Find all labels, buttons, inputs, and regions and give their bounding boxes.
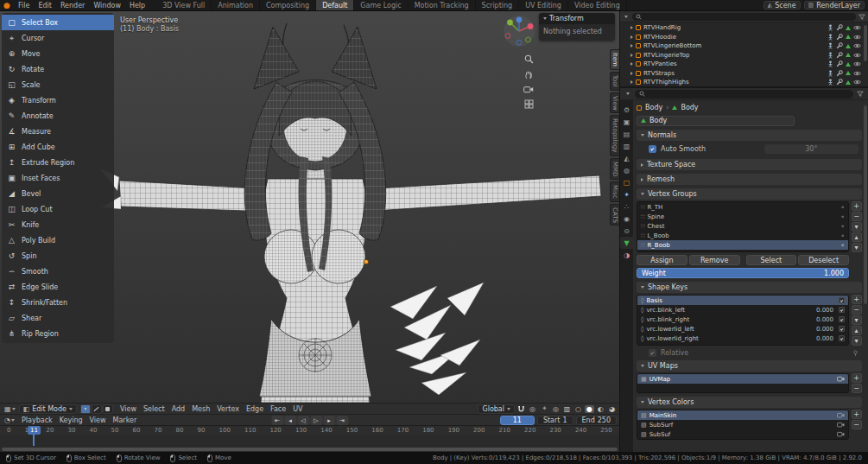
add-item-button[interactable]: + <box>852 410 862 419</box>
tab-scene[interactable]: ◭ <box>620 152 633 164</box>
auto-smooth-angle-field[interactable]: 30° <box>764 144 858 154</box>
specials-menu-button[interactable]: ▾ <box>852 222 862 232</box>
timeline-menu[interactable]: View <box>86 415 110 425</box>
timeline-scrollbar[interactable] <box>2 448 618 451</box>
section-shape-keys[interactable]: Shape Keys <box>637 282 862 293</box>
shape-key-item[interactable]: ◊ vrc.blink_left 0.000 <box>637 305 848 315</box>
breadcrumb-object[interactable]: Body <box>645 104 662 111</box>
outliner-item[interactable]: RTVLingerieTop <box>630 51 868 60</box>
tab-object[interactable]: ▢ <box>620 176 633 188</box>
shape-key-checkbox[interactable] <box>839 326 845 332</box>
topbar-menu[interactable]: Render <box>56 0 89 10</box>
viewport-menu[interactable]: UV <box>289 404 306 414</box>
expand-arrow-icon[interactable] <box>630 35 633 39</box>
viewport-menu[interactable]: View <box>117 404 140 414</box>
expand-arrow-icon[interactable] <box>630 44 633 48</box>
vertex-group-item[interactable]: ∷ Spine ∘ <box>637 212 848 221</box>
outliner-item[interactable]: RTVLingerieBottom <box>630 41 868 51</box>
tab-object-data[interactable]: ▼ <box>620 237 633 249</box>
tab-active-tool[interactable]: ⚙ <box>620 104 633 116</box>
shape-key-checkbox[interactable] <box>839 297 845 303</box>
eye-icon[interactable] <box>853 43 861 48</box>
start-frame-field[interactable]: Start 1 <box>537 416 573 425</box>
mesh-datablock-selector[interactable]: Body <box>637 116 795 126</box>
tool-annotate[interactable]: ✎ Annotate <box>2 108 114 124</box>
current-frame-field[interactable]: 11 <box>500 416 535 425</box>
end-frame-field[interactable]: End 250 <box>576 416 617 425</box>
lock-icon[interactable]: ∘ <box>841 232 845 239</box>
shape-key-value[interactable]: 0.000 <box>816 326 833 333</box>
shape-key-value[interactable]: 0.000 <box>816 316 833 323</box>
remove-button[interactable]: Remove <box>689 255 740 265</box>
select-button[interactable]: Select <box>746 255 797 265</box>
tab-constraints[interactable]: ⊝ <box>620 225 633 237</box>
workspace-tab[interactable]: Default <box>316 0 354 10</box>
outliner-item[interactable]: RTVStraps <box>630 69 868 79</box>
breadcrumb-data[interactable]: Body <box>681 104 698 111</box>
npanel-tab-misc[interactable]: Misc <box>610 181 619 201</box>
viewport-menu[interactable]: Mesh <box>188 404 213 414</box>
timeline-menu[interactable]: Marker <box>110 415 141 425</box>
editor-type-button[interactable] <box>624 92 631 95</box>
shape-key-item[interactable]: ◊ vrc.lowerlid_left 0.000 <box>637 324 848 334</box>
npanel-tab-cats[interactable]: CATS <box>610 204 619 226</box>
vertex-color-item[interactable]: ▨ SubSuf <box>637 429 848 439</box>
expand-arrow-icon[interactable] <box>630 80 633 84</box>
move-down-button[interactable]: ▾ <box>852 243 862 252</box>
tab-output[interactable]: ▤ <box>620 128 633 140</box>
move-down-button[interactable]: ▾ <box>852 336 862 346</box>
camera-icon[interactable] <box>837 422 845 428</box>
shape-key-value[interactable]: 0.000 <box>816 335 833 342</box>
assign-button[interactable]: Assign <box>637 255 687 265</box>
camera-icon[interactable] <box>837 431 845 437</box>
viewport-menu[interactable]: Edge <box>243 404 267 414</box>
tool-spin[interactable]: ↺ Spin <box>2 248 114 264</box>
section-vertex-groups[interactable]: Vertex Groups <box>637 188 862 200</box>
tool-scale[interactable]: ◱ Scale <box>2 77 114 92</box>
tab-world[interactable]: ◍ <box>620 164 633 176</box>
transform-panel-header[interactable]: Transform <box>539 13 615 24</box>
snap-magnet-icon[interactable] <box>517 405 525 413</box>
workspace-tab[interactable]: UV Editing <box>519 0 568 10</box>
play-button[interactable]: ▷ <box>310 416 322 425</box>
proportional-edit-icon[interactable]: ◎ <box>528 405 537 413</box>
show-gizmo-icon[interactable]: ⌖ <box>540 404 549 413</box>
vertex-group-item[interactable]: ∷ Chest ∘ <box>637 221 848 231</box>
topbar-menu[interactable]: Window <box>89 0 125 10</box>
add-item-button[interactable]: + <box>852 201 862 211</box>
expand-arrow-icon[interactable] <box>630 54 633 57</box>
workspace-tab[interactable]: Animation <box>212 0 260 10</box>
properties-search-input[interactable] <box>635 90 853 99</box>
move-up-button[interactable]: ▴ <box>852 326 862 335</box>
weight-slider[interactable]: Weight 1.000 <box>637 268 849 278</box>
remove-item-button[interactable]: − <box>852 420 862 429</box>
shape-key-value[interactable]: 0.000 <box>816 307 833 314</box>
workspace-tab[interactable]: Video Editing <box>568 0 627 10</box>
section-remesh[interactable]: Remesh <box>637 174 862 185</box>
next-keyframe-button[interactable]: ▸ <box>323 416 335 425</box>
auto-smooth-checkbox[interactable] <box>649 145 656 153</box>
tool-poly-build[interactable]: △ Poly Build <box>2 232 114 248</box>
previous-keyframe-button[interactable]: ◂ <box>284 416 296 425</box>
workspace-tab[interactable]: Motion Tracking <box>409 0 476 10</box>
shape-key-item[interactable]: ◊ Basis <box>637 296 848 305</box>
playhead-frame-label[interactable]: 11 <box>28 426 41 435</box>
eye-icon[interactable] <box>853 61 861 67</box>
add-item-button[interactable]: + <box>852 373 862 383</box>
vertex-group-item[interactable]: ∷ R_Boob ∘ <box>637 240 848 250</box>
vertex-group-item[interactable]: ∷ R_TH ∘ <box>637 202 848 212</box>
tab-physics[interactable]: ◉ <box>620 213 633 225</box>
shading-wireframe-icon[interactable]: ○ <box>573 405 583 413</box>
viewport-menu[interactable]: Select <box>140 404 168 414</box>
tab-render[interactable]: ▣ <box>620 116 633 128</box>
orientation-dropdown[interactable]: Global <box>478 404 515 414</box>
scene-selector[interactable]: ◭ Scene <box>763 1 801 10</box>
outliner-item[interactable]: RTVThighHighs <box>630 78 868 86</box>
npanel-tab-mmd[interactable]: MMD <box>610 158 619 180</box>
show-overlays-icon[interactable]: ◎ <box>551 405 561 413</box>
workspace-tab[interactable]: Scripting <box>476 0 520 10</box>
lock-icon[interactable]: ∘ <box>841 213 845 220</box>
camera-icon[interactable] <box>837 412 845 418</box>
play-reverse-button[interactable]: ◁ <box>297 416 309 425</box>
timeline-ruler[interactable]: 0102030405060708090100110120130140150160… <box>0 426 619 435</box>
